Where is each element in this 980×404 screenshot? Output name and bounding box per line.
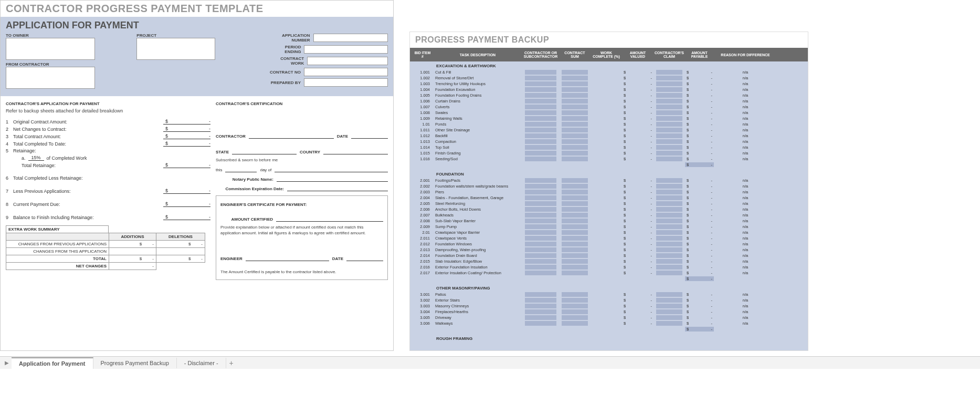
- cell-contractors-claim[interactable]: [656, 105, 682, 109]
- cell-contractors-claim[interactable]: [656, 271, 682, 275]
- cell-contract-sum[interactable]: [562, 230, 588, 235]
- cell-subcontractor[interactable]: [525, 76, 556, 80]
- cell-subcontractor[interactable]: [525, 201, 556, 206]
- cell-contract-sum[interactable]: [562, 265, 588, 270]
- cell-subcontractor[interactable]: [525, 70, 556, 75]
- cell-subcontractor[interactable]: [525, 321, 556, 326]
- cell-subcontractor[interactable]: [525, 99, 556, 103]
- cell-contractors-claim[interactable]: [656, 110, 682, 115]
- cell-contract-sum[interactable]: [562, 213, 588, 217]
- cell-subcontractor[interactable]: [525, 242, 556, 246]
- cell-contractors-claim[interactable]: [656, 201, 682, 206]
- cell-contractors-claim[interactable]: [656, 247, 682, 252]
- input-project[interactable]: [136, 38, 215, 60]
- cell-contractors-claim[interactable]: [656, 184, 682, 189]
- cell-contractors-claim[interactable]: [656, 190, 682, 194]
- cell-contractors-claim[interactable]: [656, 207, 682, 212]
- cell-contract-sum[interactable]: [562, 116, 588, 121]
- cell-subcontractor[interactable]: [525, 271, 556, 275]
- cell-contract-sum[interactable]: [562, 87, 588, 92]
- cell-contractors-claim[interactable]: [656, 315, 682, 320]
- cell-contract-sum[interactable]: [562, 81, 588, 86]
- cell-subcontractor[interactable]: [525, 292, 556, 297]
- cell-subcontractor[interactable]: [525, 145, 556, 150]
- tab-progress-payment-backup[interactable]: Progress Payment Backup: [93, 358, 177, 368]
- cell-contractors-claim[interactable]: [656, 81, 682, 86]
- cell-contract-sum[interactable]: [562, 110, 588, 115]
- cell-subcontractor[interactable]: [525, 230, 556, 235]
- cell-subcontractor[interactable]: [525, 195, 556, 200]
- cell-contract-sum[interactable]: [562, 105, 588, 109]
- tab-application-for-payment[interactable]: Application for Payment: [12, 357, 93, 369]
- cell-contractors-claim[interactable]: [656, 219, 682, 223]
- contractor-date-line[interactable]: [351, 132, 388, 139]
- cell-subcontractor[interactable]: [525, 190, 556, 194]
- cell-contractors-claim[interactable]: [656, 151, 682, 156]
- cell-contractors-claim[interactable]: [656, 253, 682, 258]
- add-sheet-button[interactable]: +: [226, 359, 237, 367]
- tab-scroll-arrow-icon[interactable]: ▶: [2, 358, 12, 368]
- input-prepared-by[interactable]: [304, 78, 388, 87]
- cell-contractors-claim[interactable]: [656, 242, 682, 246]
- cell-contract-sum[interactable]: [562, 70, 588, 75]
- cell-contract-sum[interactable]: [562, 224, 588, 229]
- cell-contract-sum[interactable]: [562, 315, 588, 320]
- cell-subcontractor[interactable]: [525, 133, 556, 138]
- cell-contractors-claim[interactable]: [656, 230, 682, 235]
- cell-subcontractor[interactable]: [525, 315, 556, 320]
- input-contract-work[interactable]: [307, 57, 388, 65]
- cell-contract-sum[interactable]: [562, 304, 588, 308]
- cell-subcontractor[interactable]: [525, 151, 556, 156]
- cell-subcontractor[interactable]: [525, 213, 556, 217]
- cell-contract-sum[interactable]: [562, 292, 588, 297]
- cell-contractors-claim[interactable]: [656, 265, 682, 270]
- cell-subcontractor[interactable]: [525, 259, 556, 264]
- cell-contract-sum[interactable]: [562, 253, 588, 258]
- cell-subcontractor[interactable]: [525, 178, 556, 183]
- cell-contractors-claim[interactable]: [656, 93, 682, 98]
- cell-subcontractor[interactable]: [525, 105, 556, 109]
- cell-contract-sum[interactable]: [562, 190, 588, 194]
- cell-contractors-claim[interactable]: [656, 236, 682, 241]
- cell-subcontractor[interactable]: [525, 309, 556, 314]
- cell-subcontractor[interactable]: [525, 184, 556, 189]
- cell-subcontractor[interactable]: [525, 81, 556, 86]
- cell-contract-sum[interactable]: [562, 247, 588, 252]
- input-app-number[interactable]: [313, 34, 388, 42]
- cell-contract-sum[interactable]: [562, 145, 588, 150]
- cell-subcontractor[interactable]: [525, 93, 556, 98]
- cell-contractors-claim[interactable]: [656, 298, 682, 303]
- cell-subcontractor[interactable]: [525, 219, 556, 223]
- cell-subcontractor[interactable]: [525, 139, 556, 144]
- cell-subcontractor[interactable]: [525, 110, 556, 115]
- tab-disclaimer[interactable]: - Disclaimer -: [177, 358, 226, 368]
- cell-subcontractor[interactable]: [525, 157, 556, 161]
- cell-subcontractor[interactable]: [525, 265, 556, 270]
- cell-additions-prev[interactable]: $ -: [109, 241, 156, 248]
- cell-contract-sum[interactable]: [562, 271, 588, 275]
- cell-contractors-claim[interactable]: [656, 128, 682, 132]
- cell-contractors-claim[interactable]: [656, 259, 682, 264]
- contractor-sig-line[interactable]: [249, 132, 334, 139]
- cell-contract-sum[interactable]: [562, 184, 588, 189]
- cell-subcontractor[interactable]: [525, 116, 556, 121]
- cell-contractors-claim[interactable]: [656, 292, 682, 297]
- cell-contract-sum[interactable]: [562, 151, 588, 156]
- input-from-contractor[interactable]: [6, 67, 95, 89]
- cell-contractors-claim[interactable]: [656, 76, 682, 80]
- cell-contractors-claim[interactable]: [656, 133, 682, 138]
- cell-contract-sum[interactable]: [562, 321, 588, 326]
- cell-subcontractor[interactable]: [525, 122, 556, 127]
- cell-contractors-claim[interactable]: [656, 195, 682, 200]
- cell-subcontractor[interactable]: [525, 128, 556, 132]
- cell-contractors-claim[interactable]: [656, 157, 682, 161]
- cell-subcontractor[interactable]: [525, 224, 556, 229]
- cell-contractors-claim[interactable]: [656, 224, 682, 229]
- cell-contractors-claim[interactable]: [656, 309, 682, 314]
- cell-subcontractor[interactable]: [525, 304, 556, 308]
- cell-contract-sum[interactable]: [562, 309, 588, 314]
- cell-subcontractor[interactable]: [525, 247, 556, 252]
- cell-contract-sum[interactable]: [562, 139, 588, 144]
- cell-contract-sum[interactable]: [562, 76, 588, 80]
- cell-contract-sum[interactable]: [562, 128, 588, 132]
